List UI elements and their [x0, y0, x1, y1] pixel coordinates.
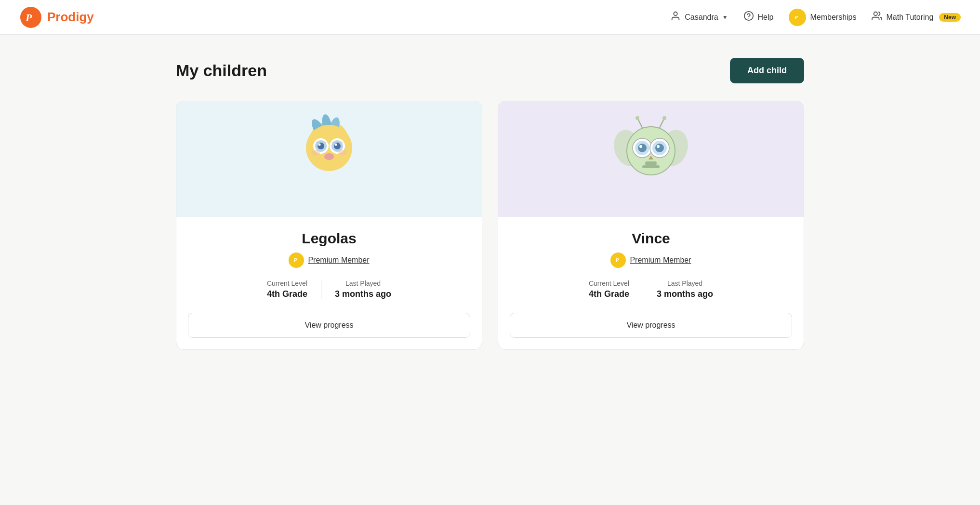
- svg-text:P: P: [795, 14, 798, 20]
- legolas-info: Legolas P Premium Member Current Level 4…: [176, 217, 482, 313]
- page-title: My children: [176, 61, 267, 80]
- math-tutoring-nav[interactable]: Math Tutoring New: [872, 11, 961, 24]
- page-header: My children Add child: [176, 58, 804, 83]
- svg-point-32: [638, 144, 647, 152]
- user-name: Casandra: [685, 13, 718, 22]
- svg-point-6: [874, 12, 877, 15]
- svg-point-36: [655, 144, 664, 152]
- logo[interactable]: P Prodigy: [19, 6, 94, 29]
- legolas-name: Legolas: [188, 230, 470, 247]
- svg-point-2: [674, 12, 677, 15]
- child-card-vince: Vince P Premium Member Current Level 4th…: [498, 101, 804, 350]
- add-child-button[interactable]: Add child: [730, 58, 804, 83]
- help-label: Help: [758, 13, 774, 22]
- svg-point-33: [639, 145, 642, 148]
- main-content: My children Add child: [153, 35, 827, 373]
- memberships-label: Memberships: [810, 13, 856, 22]
- new-badge: New: [939, 13, 961, 22]
- vince-premium-label[interactable]: Premium Member: [630, 256, 691, 265]
- vince-last-played-stat: Last Played 3 months ago: [643, 279, 727, 299]
- svg-point-37: [657, 145, 660, 148]
- user-menu[interactable]: Casandra ▼: [670, 11, 728, 24]
- svg-point-11: [306, 125, 352, 171]
- memberships-nav[interactable]: P Memberships: [789, 9, 856, 26]
- legolas-last-played-stat: Last Played 3 months ago: [321, 279, 405, 299]
- legolas-level-label: Current Level: [267, 279, 307, 287]
- legolas-avatar: [291, 113, 368, 205]
- legolas-premium-label[interactable]: Premium Member: [308, 256, 369, 265]
- legolas-level-stat: Current Level 4th Grade: [253, 279, 321, 299]
- legolas-level-value: 4th Grade: [267, 289, 307, 299]
- vince-level-label: Current Level: [589, 279, 629, 287]
- vince-stats: Current Level 4th Grade Last Played 3 mo…: [510, 279, 792, 299]
- people-icon: [872, 11, 882, 24]
- math-tutoring-label: Math Tutoring: [886, 13, 933, 22]
- help-icon: [743, 11, 754, 24]
- main-nav: Casandra ▼ Help P Memberships: [670, 9, 961, 26]
- vince-name: Vince: [510, 230, 792, 247]
- svg-point-19: [335, 144, 337, 146]
- vince-last-played-label: Last Played: [657, 279, 713, 287]
- vince-avatar: [612, 113, 689, 205]
- vince-last-played-value: 3 months ago: [657, 289, 713, 299]
- svg-point-14: [318, 143, 324, 149]
- svg-text:P: P: [294, 257, 298, 264]
- svg-point-20: [324, 153, 334, 160]
- dropdown-arrow-icon: ▼: [722, 14, 728, 21]
- legolas-avatar-bg: [176, 101, 482, 217]
- header: P Prodigy Casandra ▼: [0, 0, 980, 35]
- child-card-legolas: Legolas P Premium Member Current Level 4…: [176, 101, 482, 350]
- svg-point-15: [318, 144, 321, 146]
- svg-rect-43: [642, 165, 660, 168]
- vince-avatar-bg: [498, 101, 804, 217]
- legolas-stats: Current Level 4th Grade Last Played 3 mo…: [188, 279, 470, 299]
- vince-level-stat: Current Level 4th Grade: [575, 279, 643, 299]
- vince-level-value: 4th Grade: [589, 289, 629, 299]
- help-nav[interactable]: Help: [743, 11, 774, 24]
- memberships-icon: P: [789, 9, 806, 26]
- svg-rect-42: [645, 161, 657, 165]
- legolas-last-played-value: 3 months ago: [335, 289, 391, 299]
- svg-text:P: P: [25, 12, 32, 24]
- vince-info: Vince P Premium Member Current Level 4th…: [498, 217, 804, 313]
- svg-point-41: [662, 116, 666, 120]
- legolas-premium-badge: P Premium Member: [289, 252, 369, 268]
- prodigy-logo-icon: P: [19, 6, 42, 29]
- svg-point-21: [311, 150, 320, 156]
- svg-point-39: [636, 116, 639, 120]
- legolas-view-progress-button[interactable]: View progress: [188, 313, 470, 338]
- user-icon: [670, 11, 681, 24]
- vince-premium-badge: P Premium Member: [610, 252, 691, 268]
- svg-point-22: [338, 150, 347, 156]
- svg-text:P: P: [616, 257, 620, 264]
- svg-point-18: [334, 143, 341, 149]
- logo-text: Prodigy: [47, 10, 94, 25]
- children-grid: Legolas P Premium Member Current Level 4…: [176, 101, 804, 350]
- vince-view-progress-button[interactable]: View progress: [510, 313, 792, 338]
- legolas-last-played-label: Last Played: [335, 279, 391, 287]
- premium-icon-vince: P: [610, 252, 626, 268]
- premium-icon-legolas: P: [289, 252, 304, 268]
